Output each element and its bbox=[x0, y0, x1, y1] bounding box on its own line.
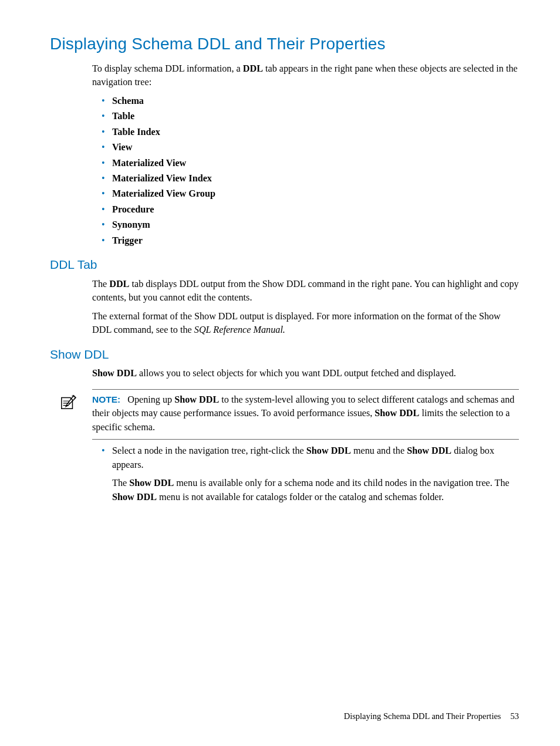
list-item: Materialized View bbox=[104, 157, 519, 170]
intro-pre: To display schema DDL information, a bbox=[92, 63, 243, 74]
footer-page-number: 53 bbox=[511, 711, 519, 721]
list-item: Materialized View Group bbox=[104, 187, 519, 201]
text: tab displays DDL output from the Show DD… bbox=[92, 279, 519, 303]
ddl-tab-heading: DDL Tab bbox=[50, 256, 519, 274]
text-bold: Show DDL bbox=[129, 478, 174, 488]
list-item: Table bbox=[104, 110, 519, 123]
page-footer: Displaying Schema DDL and Their Properti… bbox=[344, 711, 519, 721]
show-ddl-p1: Show DDL allows you to select objects fo… bbox=[92, 367, 519, 380]
list-item: Trigger bbox=[104, 234, 519, 248]
list-item-label: Trigger bbox=[112, 235, 143, 246]
text: Opening up bbox=[127, 394, 174, 405]
ddl-tab-p1: The DDL tab displays DDL output from the… bbox=[92, 278, 519, 305]
list-item-paragraph: The Show DDL menu is available only for … bbox=[112, 477, 519, 504]
text-bold: Show DDL bbox=[174, 394, 219, 405]
list-item: Table Index bbox=[104, 126, 519, 139]
ddl-tab-p2: The external format of the Show DDL outp… bbox=[92, 310, 519, 337]
text: allows you to select objects for which y… bbox=[137, 368, 456, 379]
list-item: Synonym bbox=[104, 218, 519, 232]
show-ddl-heading: Show DDL bbox=[50, 346, 519, 363]
intro-paragraph: To display schema DDL information, a DDL… bbox=[92, 62, 519, 90]
text-bold: Show DDL bbox=[92, 368, 137, 379]
list-item: Schema bbox=[104, 94, 519, 108]
list-item: Select a node in the navigation tree, ri… bbox=[104, 444, 519, 504]
note-block: NOTE:Opening up Show DDL to the system-l… bbox=[92, 389, 519, 440]
note-label: NOTE: bbox=[92, 394, 120, 404]
list-item-label: Table Index bbox=[112, 127, 160, 137]
list-item-label: Procedure bbox=[112, 204, 154, 215]
text: menu is available only for a schema node… bbox=[174, 478, 510, 488]
list-item-label: Synonym bbox=[112, 220, 150, 230]
list-item-label: Materialized View Group bbox=[112, 188, 215, 199]
list-item-label: Table bbox=[112, 111, 134, 121]
list-item: Procedure bbox=[104, 203, 519, 217]
list-item: View bbox=[104, 141, 519, 154]
text-bold: DDL bbox=[109, 279, 129, 289]
page-heading: Displaying Schema DDL and Their Properti… bbox=[50, 32, 519, 56]
text: The external format of the Show DDL outp… bbox=[92, 311, 501, 335]
text: The bbox=[112, 478, 129, 488]
list-item-label: View bbox=[112, 142, 132, 153]
list-item-label: Materialized View Index bbox=[112, 173, 212, 184]
intro-bold: DDL bbox=[243, 63, 263, 74]
main-bullet-list: Schema Table Table Index View Materializ… bbox=[92, 94, 519, 248]
text-bold: Show DDL bbox=[306, 445, 351, 456]
text: menu is not available for catalogs folde… bbox=[157, 492, 444, 502]
text: Select a node in the navigation tree, ri… bbox=[112, 445, 306, 456]
list-item-label: Materialized View bbox=[112, 158, 186, 168]
list-item: Materialized View Index bbox=[104, 172, 519, 185]
text: The bbox=[92, 279, 109, 289]
list-item-label: Schema bbox=[112, 96, 144, 106]
text-italic: SQL Reference Manual. bbox=[194, 325, 285, 335]
text-bold: Show DDL bbox=[112, 492, 157, 502]
note-icon bbox=[59, 394, 77, 411]
text: menu and the bbox=[351, 445, 407, 456]
note-body: NOTE:Opening up Show DDL to the system-l… bbox=[92, 393, 519, 434]
footer-section-title: Displaying Schema DDL and Their Properti… bbox=[344, 711, 501, 721]
show-ddl-bullets: Select a node in the navigation tree, ri… bbox=[92, 444, 519, 504]
text-bold: Show DDL bbox=[375, 408, 419, 418]
text-bold: Show DDL bbox=[407, 445, 451, 456]
